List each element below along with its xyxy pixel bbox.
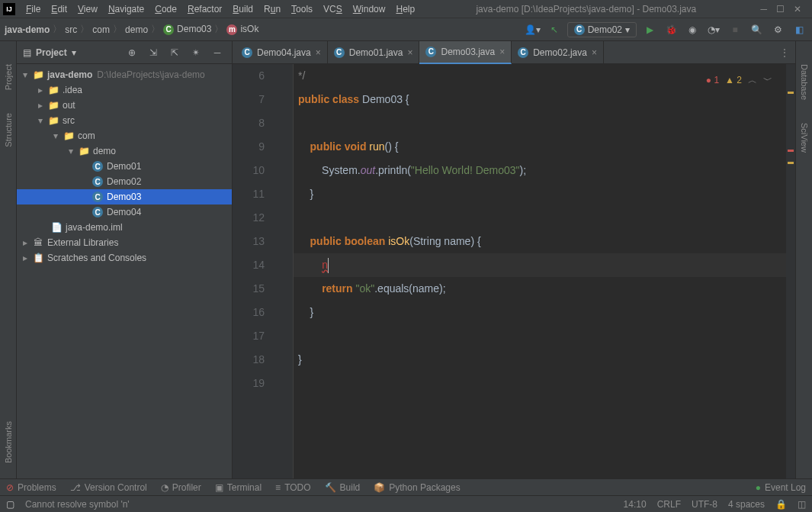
debug-button[interactable]: 🐞 (663, 21, 679, 38)
learn-icon[interactable]: ◧ (791, 21, 807, 38)
crumb-class[interactable]: Demo03 (163, 24, 211, 35)
prev-highlight-icon[interactable]: ︿ (748, 69, 757, 92)
status-indent[interactable]: 4 spaces (728, 499, 765, 510)
tree-file-demo01[interactable]: CDemo01 (17, 159, 232, 174)
tree-idea[interactable]: ▸📁.idea (17, 82, 232, 98)
editor-area: CDemo04.java×CDemo01.java×CDemo03.java×C… (233, 41, 795, 478)
crumb-com[interactable]: com (92, 24, 110, 35)
settings-icon[interactable]: ✴ (188, 44, 204, 61)
tw-problems[interactable]: ⊘Problems (6, 482, 56, 493)
tool-structure[interactable]: Structure (4, 113, 13, 147)
crumb-demo[interactable]: demo (125, 24, 148, 35)
status-line-sep[interactable]: CRLF (657, 499, 681, 510)
editor-tab[interactable]: CDemo02.java× (512, 41, 604, 64)
menu-vcs[interactable]: VCS (319, 2, 347, 16)
run-button[interactable]: ▶ (641, 21, 658, 38)
project-panel-title[interactable]: Project (36, 47, 67, 58)
tw-todo[interactable]: ≡TODO (275, 482, 310, 493)
user-icon[interactable]: 👤▾ (525, 21, 541, 38)
code-editor[interactable]: ● 1 ▲ 2 ︿ ﹀ 678910111213141516171819 */p… (233, 64, 795, 478)
status-encoding[interactable]: UTF-8 (692, 499, 717, 510)
crumb-project[interactable]: java-demo (5, 24, 50, 35)
tree-root-name: java-demo (47, 69, 92, 80)
stop-button[interactable]: ■ (727, 21, 743, 38)
tab-label: Demo04.java (257, 47, 311, 58)
menu-file[interactable]: File (21, 2, 45, 16)
minimize-icon[interactable]: ─ (760, 4, 767, 14)
tree-scratches[interactable]: ▸📋Scratches and Consoles (17, 250, 232, 266)
select-open-file-icon[interactable]: ⊕ (124, 44, 140, 61)
tree-demo[interactable]: ▾📁demo (17, 143, 232, 159)
status-mem-icon[interactable]: ◫ (798, 499, 806, 510)
inspection-indicators: ● 1 ▲ 2 ︿ ﹀ (706, 69, 772, 92)
back-arrow-icon[interactable]: ↖ (546, 21, 563, 38)
menu-navigate[interactable]: Navigate (104, 2, 149, 16)
tab-close-icon[interactable]: × (499, 47, 505, 57)
tree-out[interactable]: ▸📁out (17, 98, 232, 113)
tab-close-icon[interactable]: × (407, 47, 412, 58)
fold-gutter[interactable] (278, 64, 294, 478)
chevron-right-icon: 〉 (214, 23, 223, 36)
menu-view[interactable]: View (73, 2, 102, 16)
bottom-toolwindow-bar: ⊘Problems ⎇Version Control ◔Profiler ▣Te… (0, 478, 812, 495)
status-icon[interactable]: ▢ (6, 499, 14, 510)
tw-eventlog[interactable]: ●Event Log (756, 482, 806, 493)
editor-tab[interactable]: CDemo03.java× (419, 41, 512, 64)
status-position[interactable]: 14:10 (624, 499, 647, 510)
tree-src[interactable]: ▾📁src (17, 113, 232, 128)
tool-database[interactable]: Database (800, 64, 809, 100)
run-config-selector[interactable]: C Demo02 ▾ (567, 22, 637, 37)
tree-file-demo04[interactable]: CDemo04 (17, 204, 232, 220)
tw-build[interactable]: 🔨Build (325, 482, 361, 493)
menu-run[interactable]: Run (259, 2, 285, 16)
menu-build[interactable]: Build (228, 2, 258, 16)
error-indicator[interactable]: ● 1 (706, 69, 719, 92)
menu-tools[interactable]: Tools (287, 2, 317, 16)
next-highlight-icon[interactable]: ﹀ (763, 69, 772, 92)
crumb-method[interactable]: isOk (226, 24, 258, 35)
expand-all-icon[interactable]: ⇲ (145, 44, 162, 61)
warning-indicator[interactable]: ▲ 2 (725, 69, 742, 92)
window-controls: ─ ☐ ✕ (753, 4, 809, 14)
tab-close-icon[interactable]: × (592, 47, 597, 58)
tool-bookmarks[interactable]: Bookmarks (4, 421, 13, 463)
tree-external-libs[interactable]: ▸🏛External Libraries (17, 235, 232, 250)
tw-terminal[interactable]: ▣Terminal (215, 482, 262, 493)
chevron-down-icon[interactable]: ▾ (72, 47, 76, 58)
tree-root[interactable]: ▾📁 java-demo D:\IdeaProjects\java-demo (17, 67, 232, 82)
hide-icon[interactable]: ─ (209, 44, 226, 61)
editor-tab[interactable]: CDemo04.java× (236, 41, 328, 64)
editor-tabs: CDemo04.java×CDemo01.java×CDemo03.java×C… (233, 41, 795, 64)
tree-iml[interactable]: 📄java-demo.iml (17, 220, 232, 235)
project-tree[interactable]: ▾📁 java-demo D:\IdeaProjects\java-demo ▸… (17, 64, 232, 478)
tree-file-demo02[interactable]: CDemo02 (17, 174, 232, 189)
maximize-icon[interactable]: ☐ (776, 4, 785, 14)
tw-version-control[interactable]: ⎇Version Control (70, 482, 147, 493)
menu-edit[interactable]: Edit (47, 2, 72, 16)
settings-icon[interactable]: ⚙ (769, 21, 786, 38)
status-readonly-icon[interactable]: 🔒 (775, 499, 787, 510)
tree-file-demo03[interactable]: CDemo03 (17, 189, 232, 204)
editor-tab[interactable]: CDemo01.java× (328, 41, 420, 64)
coverage-button[interactable]: ◉ (684, 21, 701, 38)
tw-profiler[interactable]: ◔Profiler (161, 482, 201, 493)
menu-code[interactable]: Code (150, 2, 181, 16)
search-icon[interactable]: 🔍 (748, 21, 765, 38)
error-stripe[interactable] (786, 64, 795, 478)
profile-button[interactable]: ◔▾ (705, 21, 722, 38)
crumb-src[interactable]: src (65, 24, 77, 35)
tree-com[interactable]: ▾📁com (17, 128, 232, 143)
menu-help[interactable]: Help (391, 2, 419, 16)
tool-sciview[interactable]: SciView (800, 123, 809, 153)
tool-project[interactable]: Project (4, 64, 13, 90)
close-icon[interactable]: ✕ (794, 4, 801, 14)
main-menu: File Edit View Navigate Code Refactor Bu… (21, 2, 419, 16)
line-gutter[interactable]: 678910111213141516171819 (233, 64, 278, 478)
tw-python[interactable]: 📦Python Packages (374, 482, 460, 493)
code-body[interactable]: */public class Demo03 { public void run(… (294, 64, 786, 478)
tabs-more-icon[interactable]: ⋮ (774, 47, 795, 58)
collapse-all-icon[interactable]: ⇱ (166, 44, 183, 61)
menu-window[interactable]: Window (348, 2, 390, 16)
tab-close-icon[interactable]: × (316, 47, 321, 58)
menu-refactor[interactable]: Refactor (183, 2, 226, 16)
